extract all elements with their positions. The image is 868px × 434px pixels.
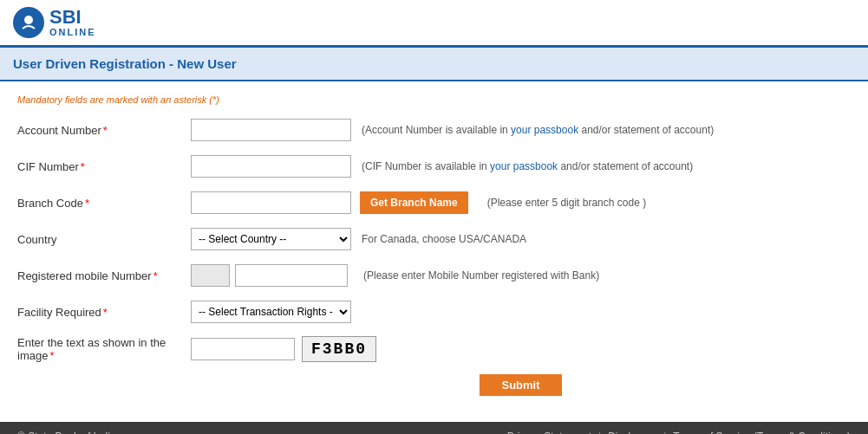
account-number-row: Account Number* (Account Number is avail… [17, 118, 851, 142]
required-star3: * [85, 197, 89, 210]
account-number-hint: (Account Number is available in your pas… [362, 124, 714, 136]
country-select[interactable]: -- Select Country -- USA/CANADA India [191, 228, 351, 250]
captcha-row-controls: F3BB0 [191, 336, 376, 362]
country-label: Country [17, 233, 191, 246]
branch-code-label: Branch Code* [17, 197, 191, 210]
mobile-number-hint: (Please enter Mobile Number registered w… [363, 269, 599, 282]
logo-icon [13, 7, 44, 38]
footer-divider2: | [663, 431, 666, 434]
facility-required-select[interactable]: -- Select Transaction Rights -- View Onl… [191, 301, 351, 323]
facility-required-label: Facility Required* [17, 306, 191, 319]
captcha-row: Enter the text as shown in the image* F3… [17, 336, 851, 362]
svg-point-0 [24, 16, 33, 24]
footer-links: Privacy Statement | Disclosure | Terms o… [507, 431, 851, 434]
mobile-number-row: Registered mobile Number* (Please enter … [17, 263, 851, 288]
submit-row: Submit [191, 374, 851, 396]
mobile-number-label: Registered mobile Number* [17, 269, 191, 282]
branch-row-controls: Get Branch Name (Please enter 5 digit br… [191, 191, 646, 214]
mobile-row-controls: (Please enter Mobile Number registered w… [191, 264, 599, 287]
mobile-number-input[interactable] [235, 264, 348, 287]
title-bar: User Driven Registration - New User [0, 48, 868, 81]
required-star2: * [81, 160, 85, 173]
cif-number-row: CIF Number* (CIF Number is available in … [17, 154, 851, 178]
form-area: Mandatory fields are marked with an aste… [0, 81, 868, 413]
cif-number-input[interactable] [191, 155, 351, 178]
passbook-link[interactable]: your passbook [511, 124, 578, 136]
captcha-label: Enter the text as shown in the image* [17, 336, 191, 362]
submit-button[interactable]: Submit [480, 374, 561, 396]
mandatory-note: Mandatory fields are marked with an aste… [17, 94, 851, 105]
footer-divider1: | [598, 431, 601, 434]
footer: © State Bank of India Privacy Statement … [0, 422, 868, 434]
mobile-prefix-input[interactable] [191, 264, 230, 287]
logo-text: SBI ONLINE [49, 8, 96, 37]
get-branch-name-button[interactable]: Get Branch Name [360, 191, 468, 214]
required-star5: * [103, 306, 108, 319]
branch-code-input[interactable] [191, 191, 351, 214]
logo-online: ONLINE [49, 27, 96, 37]
page-title: User Driven Registration - New User [13, 56, 855, 71]
cif-number-hint: (CIF Number is available in your passboo… [362, 160, 693, 172]
captcha-image: F3BB0 [302, 336, 376, 362]
disclosure-link[interactable]: Disclosure [608, 431, 656, 434]
required-star4: * [153, 269, 158, 282]
required-star6: * [49, 349, 54, 362]
account-number-input[interactable] [191, 119, 351, 141]
branch-code-row: Branch Code* Get Branch Name (Please ent… [17, 191, 851, 215]
branch-code-hint: (Please enter 5 digit branch code ) [487, 197, 646, 209]
footer-copyright: © State Bank of India [17, 431, 116, 434]
required-star: * [103, 124, 108, 137]
logo-container: SBI ONLINE [13, 7, 96, 38]
facility-required-row: Facility Required* -- Select Transaction… [17, 300, 851, 324]
terms-of-service-link[interactable]: Terms of Service (Terms & Conditions) [673, 431, 851, 434]
cif-number-label: CIF Number* [17, 160, 191, 173]
header: SBI ONLINE [0, 0, 868, 48]
cif-passbook-link[interactable]: your passbook [490, 160, 558, 172]
logo-sbi: SBI [49, 8, 96, 27]
account-number-label: Account Number* [17, 124, 191, 137]
privacy-statement-link[interactable]: Privacy Statement [507, 431, 591, 434]
country-hint: For Canada, choose USA/CANADA [362, 233, 526, 245]
country-row: Country -- Select Country -- USA/CANADA … [17, 227, 851, 251]
captcha-input[interactable] [191, 338, 295, 360]
